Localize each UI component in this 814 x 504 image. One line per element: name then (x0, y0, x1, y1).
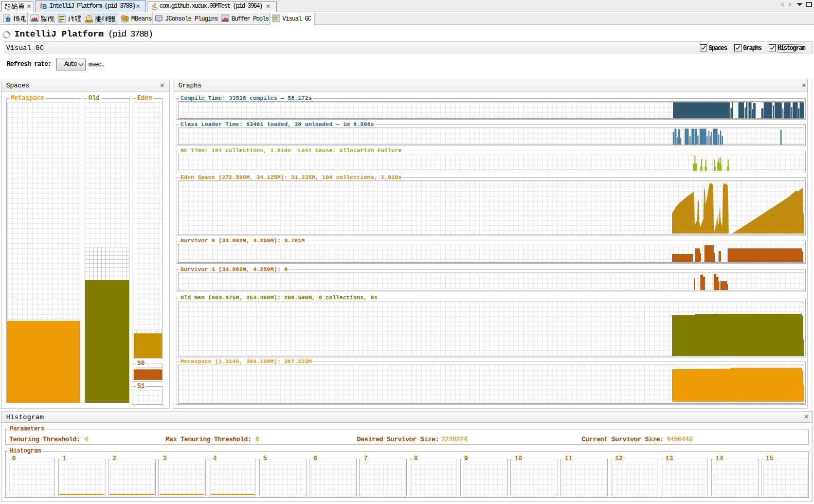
svg-text:B: B (42, 3, 47, 10)
